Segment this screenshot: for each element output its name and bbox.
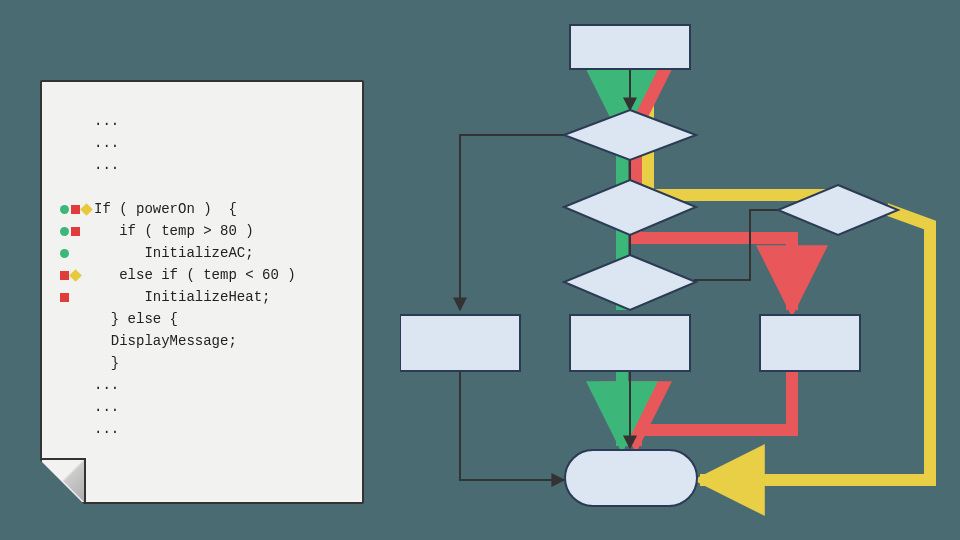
code-text: ...	[94, 132, 119, 154]
code-line: }	[60, 352, 344, 374]
code-text: ...	[94, 418, 119, 440]
marker-yellow-diamond	[80, 203, 93, 216]
code-block: .........If ( powerOn ) { if ( temp > 80…	[42, 82, 362, 458]
code-line: ...	[60, 396, 344, 418]
line-markers	[60, 205, 94, 214]
code-line: If ( powerOn ) {	[60, 198, 344, 220]
line-markers	[60, 249, 94, 258]
code-text: ...	[94, 154, 119, 176]
code-line: if ( temp > 80 )	[60, 220, 344, 242]
code-text: InitializeHeat;	[94, 286, 270, 308]
marker-green-circle	[60, 249, 69, 258]
code-line: ...	[60, 154, 344, 176]
node-init-heat	[760, 315, 860, 371]
node-start	[570, 25, 690, 69]
marker-red-square	[71, 227, 80, 236]
code-line: ...	[60, 132, 344, 154]
node-end	[565, 450, 697, 506]
code-line: InitializeAC;	[60, 242, 344, 264]
marker-red-square	[60, 293, 69, 302]
marker-yellow-diamond	[69, 269, 82, 282]
code-line: InitializeHeat;	[60, 286, 344, 308]
code-text: If ( powerOn ) {	[94, 198, 237, 220]
code-text: } else {	[94, 308, 178, 330]
code-text: ...	[94, 110, 119, 132]
code-text: ...	[94, 374, 119, 396]
flowchart	[400, 0, 960, 540]
node-init-ac	[570, 315, 690, 371]
code-line	[60, 176, 344, 198]
code-line: ...	[60, 110, 344, 132]
node-display-message	[400, 315, 520, 371]
node-cond-tempHot	[564, 180, 696, 235]
node-cond-powerOn	[564, 110, 696, 160]
code-line: DisplayMessage;	[60, 330, 344, 352]
code-paper: .........If ( powerOn ) { if ( temp > 80…	[40, 80, 364, 504]
line-markers	[60, 271, 94, 280]
line-markers	[60, 293, 94, 302]
code-line: ...	[60, 374, 344, 396]
code-text: ...	[94, 396, 119, 418]
marker-green-circle	[60, 205, 69, 214]
code-text: }	[94, 352, 119, 374]
code-text: InitializeAC;	[94, 242, 254, 264]
code-line: else if ( temp < 60 )	[60, 264, 344, 286]
code-text: DisplayMessage;	[94, 330, 237, 352]
marker-green-circle	[60, 227, 69, 236]
code-text: if ( temp > 80 )	[94, 220, 254, 242]
code-line: } else {	[60, 308, 344, 330]
code-line: ...	[60, 418, 344, 440]
node-cond-tempCold	[564, 255, 696, 310]
code-text: else if ( temp < 60 )	[94, 264, 296, 286]
line-markers	[60, 227, 94, 236]
